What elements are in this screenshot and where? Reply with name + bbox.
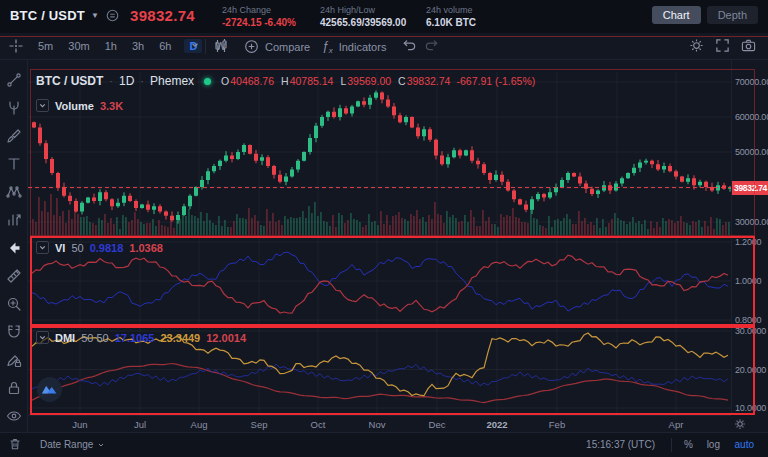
- compare-button[interactable]: Compare: [244, 39, 310, 54]
- time-label-jun: Jun: [72, 419, 87, 430]
- pane-symbol[interactable]: BTC / USDT: [36, 74, 103, 88]
- percent-scale-button[interactable]: %: [684, 439, 693, 450]
- compare-icon: [244, 39, 259, 54]
- text-tool-icon[interactable]: [4, 154, 24, 174]
- indicators-icon: ƒx: [322, 39, 333, 55]
- magnet-icon[interactable]: [4, 322, 24, 342]
- time-label-oct: Oct: [311, 419, 326, 430]
- pitchfork-icon[interactable]: [4, 98, 24, 118]
- stat-24h-change: 24h Change -2724.15 -6.40%: [222, 5, 296, 28]
- fullscreen-icon[interactable]: [715, 38, 730, 53]
- vi-blue-value: 0.9818: [90, 242, 124, 254]
- stat-24h-high-low: 24h High/Low 42565.69/39569.00: [320, 5, 406, 28]
- xabcd-pattern-icon[interactable]: [4, 182, 24, 202]
- settings-icon[interactable]: [689, 38, 704, 53]
- trend-line-icon[interactable]: [4, 70, 24, 90]
- time-label-feb: Feb: [549, 419, 565, 430]
- symbol-selector[interactable]: BTC / USDT ▼: [10, 8, 120, 23]
- depth-view-button[interactable]: Depth: [707, 6, 758, 24]
- last-price: 39832.74: [130, 7, 195, 24]
- draw-lock-icon[interactable]: [4, 350, 24, 370]
- collapse-toolbar-icon[interactable]: [4, 238, 24, 258]
- dmi-blue-value: 17.1065: [115, 332, 155, 344]
- market-status-dot: [204, 78, 211, 85]
- collapse-dmi-icon[interactable]: [36, 331, 49, 344]
- axis-label: 60000.00: [735, 112, 768, 122]
- collapse-volume-icon[interactable]: [36, 99, 49, 112]
- pane-exchange: Phemex: [150, 74, 194, 88]
- camera-icon[interactable]: [741, 38, 756, 53]
- dmi-title[interactable]: DMI: [55, 332, 75, 344]
- chart-toolbar: 5m30m1h3h6hDW Compare ƒx Indicators: [0, 33, 768, 60]
- pane-interval[interactable]: 1D: [119, 74, 134, 88]
- indicators-button[interactable]: ƒx Indicators: [322, 39, 386, 55]
- redo-icon[interactable]: [424, 38, 439, 53]
- chart-canvas[interactable]: [28, 60, 731, 415]
- axis-label: 30.0000: [735, 326, 766, 336]
- lock-icon[interactable]: [4, 378, 24, 398]
- eye-icon[interactable]: [4, 406, 24, 426]
- vi-title[interactable]: VI: [55, 242, 65, 254]
- auto-scale-button[interactable]: auto: [735, 439, 754, 450]
- chevron-down-icon: ▼: [91, 11, 99, 20]
- axis-label: 1.0000: [735, 276, 761, 286]
- time-label-sep: Sep: [251, 419, 268, 430]
- bottom-bar: Date Range 15:16:37 (UTC) % log auto: [0, 432, 768, 457]
- timezone-settings-icon[interactable]: [734, 418, 746, 430]
- change-value: -667.91 (-1.65%): [456, 75, 535, 87]
- chart-view-button[interactable]: Chart: [652, 6, 701, 24]
- top-bar: BTC / USDT ▼ 39832.74 24h Change -2724.1…: [0, 0, 768, 33]
- axis-label: 20.0000: [735, 365, 766, 375]
- interval-1h-button[interactable]: 1h: [103, 39, 119, 53]
- forecast-icon[interactable]: [4, 210, 24, 230]
- trading-terminal: BTC / USDT ▼ 39832.74 24h Change -2724.1…: [0, 0, 768, 457]
- vi-pane-header: VI 50 0.9818 1.0368: [36, 241, 163, 254]
- vi-param: 50: [71, 242, 83, 254]
- log-scale-button[interactable]: log: [707, 439, 720, 450]
- time-label-nov: Nov: [369, 419, 386, 430]
- time-label-2022: 2022: [486, 419, 507, 430]
- undo-icon[interactable]: [402, 38, 417, 53]
- dmi-orange-value: 23.3449: [160, 332, 200, 344]
- price-axis[interactable]: 39832.74 70000.0060000.0050000.0030000.0…: [731, 60, 768, 415]
- ruler-icon[interactable]: [4, 266, 24, 286]
- zoom-in-icon[interactable]: [4, 294, 24, 314]
- ohlc-values: O40468.76H40785.14L39569.00C39832.74: [221, 75, 450, 87]
- annotation-line-top: [0, 36, 768, 37]
- view-toggle: Chart Depth: [652, 6, 758, 24]
- dmi-param: 50 50: [81, 332, 109, 344]
- axis-label: 1.2000: [735, 237, 761, 247]
- time-label-dec: Dec: [429, 419, 446, 430]
- date-range-button[interactable]: Date Range: [40, 439, 105, 450]
- interval-3h-button[interactable]: 3h: [130, 39, 146, 53]
- volume-label: Volume: [55, 100, 94, 112]
- candle-style-icon[interactable]: [213, 38, 229, 54]
- footer-divider: [671, 438, 672, 452]
- trash-icon[interactable]: [8, 437, 22, 451]
- time-label-jul: Jul: [134, 419, 146, 430]
- axis-label: 50000.00: [735, 147, 768, 157]
- axis-label: 30000.00: [735, 217, 768, 227]
- contract-info-icon[interactable]: [105, 8, 120, 23]
- axis-label: 10.0000: [735, 403, 766, 413]
- interval-5m-button[interactable]: 5m: [36, 39, 55, 53]
- brush-icon[interactable]: [4, 126, 24, 146]
- dmi-pane-header: DMI 50 50 17.1065 23.3449 12.0014: [36, 331, 246, 344]
- crosshair-icon[interactable]: [8, 38, 24, 54]
- axis-label: 70000.00: [735, 77, 768, 87]
- drawing-toolbar: [0, 60, 28, 432]
- time-axis[interactable]: JunJulAugSepOctNovDec2022FebApr: [28, 415, 731, 432]
- interval-30m-button[interactable]: 30m: [66, 39, 91, 53]
- phemex-logo-watermark: [36, 376, 63, 407]
- symbol-name: BTC / USDT: [10, 8, 85, 23]
- clock[interactable]: 15:16:37 (UTC): [586, 439, 655, 450]
- stat-24h-volume: 24h volume 6.10K BTC: [426, 5, 476, 28]
- interval-6h-button[interactable]: 6h: [157, 39, 173, 53]
- last-price-badge: 39832.74: [732, 181, 768, 195]
- collapse-vi-icon[interactable]: [36, 241, 49, 254]
- time-label-apr: Apr: [669, 419, 684, 430]
- dmi-red-value: 12.0014: [206, 332, 246, 344]
- axis-label: 0.8000: [735, 315, 761, 325]
- volume-value: 3.3K: [100, 100, 123, 112]
- chevron-down-icon[interactable]: [190, 40, 200, 50]
